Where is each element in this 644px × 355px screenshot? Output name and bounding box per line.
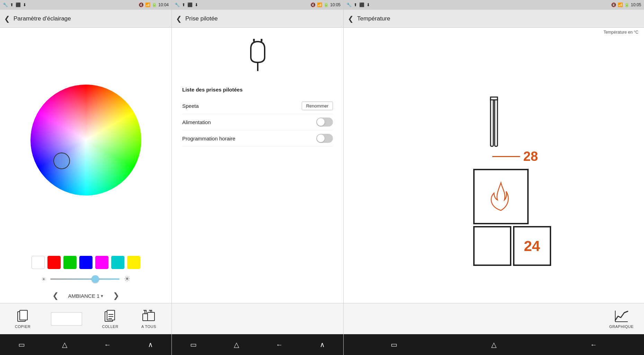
temp-bottom-toolbar: GRAPHIQUE <box>344 303 644 334</box>
recent-apps-button-2[interactable]: ▭ <box>185 338 202 352</box>
secondary-temp-box: 24 <box>513 226 551 266</box>
up-button-1[interactable]: ∧ <box>142 338 159 352</box>
brightness-high-icon: ☀ <box>124 275 131 284</box>
temp-display: 28 24 <box>439 94 549 243</box>
device-name-speeta: Speeta <box>182 103 199 109</box>
back-button-3[interactable]: ❮ Température <box>348 15 390 23</box>
color-wheel[interactable] <box>30 85 141 196</box>
top-nav-3: ❮ Température <box>344 10 644 28</box>
back-arrow-icon-3: ❮ <box>348 15 354 23</box>
swatch-red[interactable] <box>47 256 61 269</box>
status-icons-right-2: 🔇 📶 🔋 10:05 <box>310 2 341 7</box>
panel-temperature: 🔧 ⬆ ⬛ ⬇ 🔇 📶 🔋 10:05 ❮ Température Tempér… <box>344 0 644 355</box>
paste-label: COLLER <box>102 324 118 329</box>
home-button-3[interactable]: △ <box>486 338 502 352</box>
bottom-toolbar-1: COPIER COLLER <box>0 303 171 334</box>
sys-nav-3: ▭ △ ← <box>344 334 644 355</box>
swatch-white[interactable] <box>32 256 45 269</box>
page-title-1: Paramètre d'éclairage <box>14 15 71 22</box>
device-row-programmation: Programmation horaire <box>182 130 333 147</box>
device-row-alimentation: Alimentation <box>182 114 333 130</box>
download-icon-3: ⬇ <box>367 2 370 7</box>
brightness-low-icon: ☀ <box>41 276 46 283</box>
flame-icon <box>487 179 515 214</box>
temp-visual-area: 28 24 <box>344 35 644 303</box>
paste-button[interactable]: COLLER <box>100 309 121 329</box>
home-button-1[interactable]: △ <box>56 338 73 352</box>
mute-icon: 🔇 <box>139 2 144 7</box>
wrench-icon-3: 🔧 <box>346 2 352 7</box>
status-bar-3: 🔧 ⬆ ⬛ ⬇ 🔇 📶 🔋 10:05 <box>344 0 644 10</box>
swatch-green[interactable] <box>63 256 77 269</box>
mute-icon-2: 🔇 <box>310 2 316 7</box>
color-wheel-wrapper[interactable] <box>30 85 141 196</box>
ambiance-prev-button[interactable]: ❮ <box>50 290 61 302</box>
screenshot-icon-3: ⬛ <box>359 2 364 7</box>
back-button-2[interactable]: ❮ Prise pilotée <box>176 15 218 23</box>
status-icons-left-3: 🔧 ⬆ ⬛ ⬇ <box>346 2 370 7</box>
temp-28-indicator: 28 <box>492 149 538 164</box>
ambiance-label-text: AMBIANCE 1 <box>68 293 100 299</box>
graph-icon <box>615 309 628 323</box>
graph-button[interactable]: GRAPHIQUE <box>609 309 634 329</box>
status-bar-1: 🔧 ⬆ ⬛ ⬇ 🔇 📶 🔋 10:04 <box>0 0 171 10</box>
bottom-toolbar-2 <box>172 303 343 334</box>
status-icons-right-3: 🔇 📶 🔋 10:05 <box>611 2 641 7</box>
all-icon <box>142 309 155 323</box>
ambiance-nav: ❮ AMBIANCE 1 ▾ ❯ <box>0 287 171 303</box>
page-title-3: Température <box>357 15 390 22</box>
device-row-speeta: Speeta Renommer <box>182 98 333 114</box>
recent-apps-button-3[interactable]: ▭ <box>385 338 403 352</box>
wrench-icon-2: 🔧 <box>175 2 180 7</box>
svg-rect-16 <box>491 97 497 100</box>
ambiance-dropdown-icon[interactable]: ▾ <box>101 293 103 298</box>
ambiance-name-input[interactable] <box>51 312 82 326</box>
paste-icon <box>104 309 116 323</box>
device-list-section: Liste des prises pilotées Speeta Renomme… <box>172 80 343 154</box>
ambiance-next-button[interactable]: ❯ <box>110 290 122 302</box>
top-nav-2: ❮ Prise pilotée <box>172 10 343 28</box>
color-picker-dot[interactable] <box>53 153 70 169</box>
bottom-left-box <box>473 226 511 266</box>
status-icons-left: 🔧 ⬆ ⬛ ⬇ <box>3 2 26 7</box>
download-icon-2: ⬇ <box>195 2 198 7</box>
back-button-sys-3[interactable]: ← <box>585 338 603 352</box>
screenshot-icon: ⬛ <box>16 2 21 7</box>
back-button-sys-2[interactable]: ← <box>270 338 288 352</box>
up-button-2[interactable]: ∧ <box>314 338 330 352</box>
color-wheel-area <box>0 28 171 252</box>
back-button-1[interactable]: ❮ Paramètre d'éclairage <box>4 15 71 23</box>
usb-icon: ⬆ <box>10 2 14 7</box>
sys-nav-2: ▭ △ ← ∧ <box>172 334 343 355</box>
plug-icon <box>242 38 273 73</box>
download-icon: ⬇ <box>23 2 26 7</box>
temp-unit-label: Température en °C <box>344 28 644 35</box>
recent-apps-button-1[interactable]: ▭ <box>13 338 30 352</box>
home-button-2[interactable]: △ <box>228 338 245 352</box>
rename-button-speeta[interactable]: Renommer <box>302 102 333 110</box>
battery-icon-2: 🔋 <box>324 2 329 7</box>
svg-rect-15 <box>495 98 497 146</box>
all-button[interactable]: A TOUS <box>138 309 159 329</box>
back-arrow-icon: ❮ <box>4 15 10 23</box>
plug-icon-area <box>172 28 343 80</box>
back-button-sys-1[interactable]: ← <box>98 338 116 352</box>
swatch-cyan[interactable] <box>111 256 124 269</box>
swatch-yellow[interactable] <box>127 256 140 269</box>
swatch-magenta[interactable] <box>95 256 108 269</box>
swatch-blue[interactable] <box>79 256 92 269</box>
copy-button[interactable]: COPIER <box>12 309 33 329</box>
alimentation-toggle[interactable] <box>316 118 333 127</box>
brightness-slider-track[interactable] <box>50 278 120 280</box>
svg-rect-1 <box>20 310 27 320</box>
color-wheel-overlay <box>30 85 141 196</box>
status-bar-2: 🔧 ⬆ ⬛ ⬇ 🔇 📶 🔋 10:05 <box>172 0 343 10</box>
all-label: A TOUS <box>141 324 156 329</box>
wifi-icon-2: 📶 <box>317 2 322 7</box>
wrench-icon: 🔧 <box>3 2 8 7</box>
device-name-alimentation: Alimentation <box>182 119 211 125</box>
panel-eclairage: 🔧 ⬆ ⬛ ⬇ 🔇 📶 🔋 10:04 ❮ Paramètre d'éclair… <box>0 0 172 355</box>
sys-nav-1: ▭ △ ← ∧ <box>0 334 171 355</box>
brightness-slider-thumb[interactable] <box>91 275 99 283</box>
programmation-toggle[interactable] <box>316 134 333 143</box>
